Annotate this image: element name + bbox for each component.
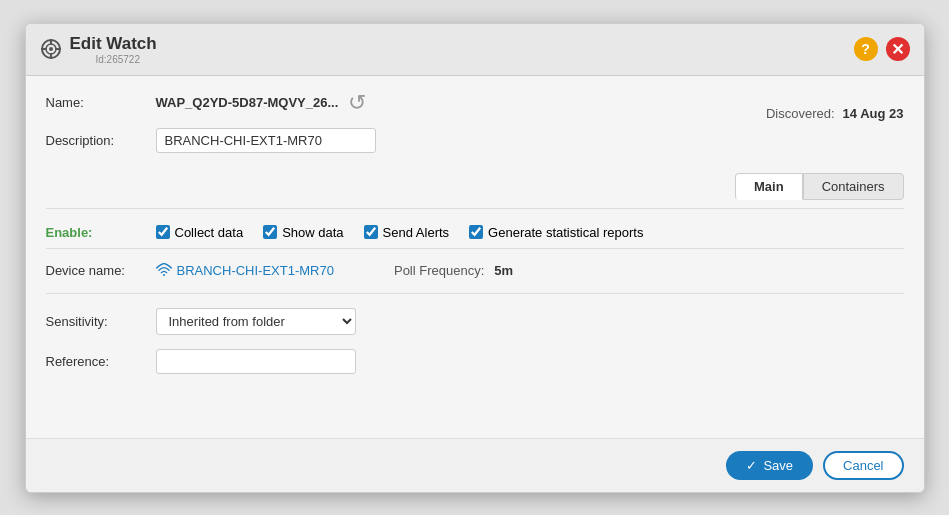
edit-watch-dialog: Edit Watch Id:265722 ? ✕ Name: WAP_Q2YD-… xyxy=(25,23,925,493)
device-name-label: Device name: xyxy=(46,263,156,278)
discovered-value: 14 Aug 23 xyxy=(843,106,904,121)
checkbox-group: Collect data Show data Send Alerts Gener… xyxy=(156,225,644,240)
sensitivity-row: Sensitivity: Inherited from folder Low M… xyxy=(46,308,904,335)
show-data-checkbox[interactable] xyxy=(263,225,277,239)
left-form-area: Name: WAP_Q2YD-5D87-MQVY_26... ↺ Descrip… xyxy=(46,92,766,167)
help-button[interactable]: ? xyxy=(854,37,878,61)
send-alerts-checkbox[interactable] xyxy=(364,225,378,239)
dialog-body: Name: WAP_Q2YD-5D87-MQVY_26... ↺ Descrip… xyxy=(26,76,924,438)
save-label: Save xyxy=(763,458,793,473)
close-button[interactable]: ✕ xyxy=(886,37,910,61)
checkbox-send-alerts[interactable]: Send Alerts xyxy=(364,225,450,240)
enable-section: Enable: Collect data Show data Send Aler… xyxy=(46,217,904,249)
name-row: Name: WAP_Q2YD-5D87-MQVY_26... ↺ xyxy=(46,92,766,114)
description-input[interactable] xyxy=(156,128,376,153)
collect-data-label: Collect data xyxy=(175,225,244,240)
device-name-link[interactable]: BRANCH-CHI-EXT1-MR70 xyxy=(156,263,334,279)
device-name-value: BRANCH-CHI-EXT1-MR70 xyxy=(177,263,334,278)
discovered-label: Discovered: xyxy=(766,106,835,121)
statistical-reports-label: Generate statistical reports xyxy=(488,225,643,240)
enable-label: Enable: xyxy=(46,225,156,240)
dialog-subtitle: Id:265722 xyxy=(96,54,157,65)
name-value: WAP_Q2YD-5D87-MQVY_26... xyxy=(156,95,339,110)
reference-input[interactable] xyxy=(156,349,356,374)
tab-bar: Main Containers xyxy=(46,173,904,200)
statistical-reports-checkbox[interactable] xyxy=(469,225,483,239)
poll-section: Poll Frequency: 5m xyxy=(394,263,513,278)
checkbox-collect-data[interactable]: Collect data xyxy=(156,225,244,240)
poll-frequency-label: Poll Frequency: xyxy=(394,263,484,278)
wifi-icon xyxy=(156,263,172,279)
checkbox-statistical-reports[interactable]: Generate statistical reports xyxy=(469,225,643,240)
header-icons: ? ✕ xyxy=(854,37,910,61)
name-label: Name: xyxy=(46,95,156,110)
watch-icon xyxy=(40,38,62,60)
description-row: Description: xyxy=(46,128,766,153)
reference-label: Reference: xyxy=(46,354,156,369)
dialog-footer: ✓ Save Cancel xyxy=(26,438,924,492)
sensitivity-label: Sensitivity: xyxy=(46,314,156,329)
show-data-label: Show data xyxy=(282,225,343,240)
undo-button[interactable]: ↺ xyxy=(348,92,366,114)
cancel-button[interactable]: Cancel xyxy=(823,451,903,480)
description-label: Description: xyxy=(46,133,156,148)
poll-frequency-value: 5m xyxy=(494,263,513,278)
svg-point-7 xyxy=(163,274,165,276)
checkbox-show-data[interactable]: Show data xyxy=(263,225,343,240)
divider-1 xyxy=(46,208,904,209)
discovered-area: Discovered: 14 Aug 23 xyxy=(766,106,904,121)
reference-row: Reference: xyxy=(46,349,904,374)
collect-data-checkbox[interactable] xyxy=(156,225,170,239)
dialog-title: Edit Watch xyxy=(70,34,157,54)
sensitivity-select[interactable]: Inherited from folder Low Medium High xyxy=(156,308,356,335)
tab-main[interactable]: Main xyxy=(735,173,803,200)
send-alerts-label: Send Alerts xyxy=(383,225,450,240)
dialog-header: Edit Watch Id:265722 ? ✕ xyxy=(26,24,924,76)
header-left: Edit Watch Id:265722 xyxy=(40,34,157,65)
header-title: Edit Watch Id:265722 xyxy=(70,34,157,65)
svg-point-6 xyxy=(49,47,53,51)
save-icon: ✓ xyxy=(746,458,757,473)
device-row: Device name: BRANCH-CHI-EXT1-MR70 Poll F… xyxy=(46,263,904,294)
tab-containers[interactable]: Containers xyxy=(803,173,904,200)
save-button[interactable]: ✓ Save xyxy=(726,451,813,480)
